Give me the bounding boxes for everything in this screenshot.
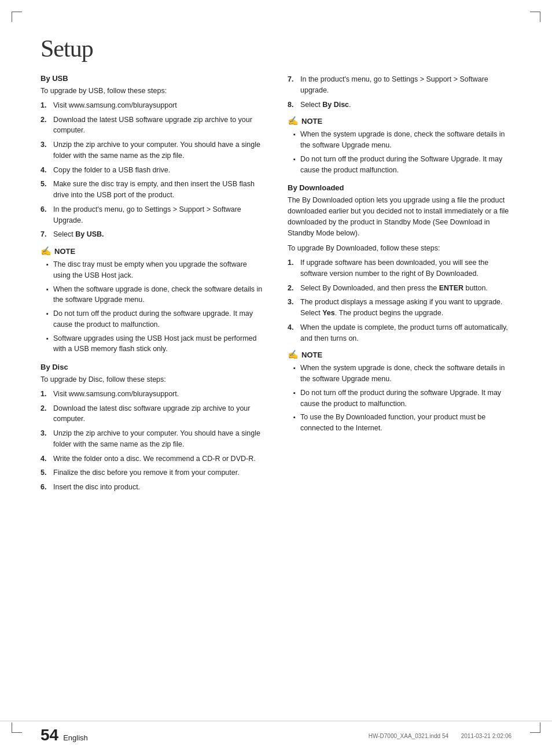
by-downloaded-steps: 1. If upgrade software has been download… xyxy=(288,257,511,344)
step-num: 4. xyxy=(288,322,300,344)
table-row: 1. Visit www.samsung.com/bluraysupport. xyxy=(41,389,264,400)
step-num: 1. xyxy=(288,257,300,279)
by-disc-steps: 1. Visit www.samsung.com/bluraysupport. … xyxy=(41,389,264,493)
step-text: Visit www.samsung.com/bluraysupport xyxy=(53,100,264,111)
by-downloaded-intro2: To upgrade By Downloaded, follow these s… xyxy=(288,243,511,254)
step-text: In the product's menu, go to Settings > … xyxy=(53,204,264,226)
table-row: 3. Unzip the zip archive to your compute… xyxy=(41,139,264,161)
table-row: 4. Write the folder onto a disc. We reco… xyxy=(41,453,264,464)
list-item: Do not turn off the product during the S… xyxy=(293,154,511,176)
step-num: 6. xyxy=(41,204,53,226)
footer-right: HW-D7000_XAA_0321.indd 54 2011-03-21 2:0… xyxy=(369,731,511,740)
table-row: 5. Make sure the disc tray is empty, and… xyxy=(41,179,264,201)
note-icon: ✍ xyxy=(41,246,51,256)
step-num: 3. xyxy=(41,139,53,161)
step-text: Visit www.samsung.com/bluraysupport. xyxy=(53,389,264,400)
page-title: Setup xyxy=(41,35,511,62)
step-text: Unzip the zip archive to your computer. … xyxy=(53,428,264,450)
note-icon: ✍ xyxy=(288,349,299,360)
footer: 54 English HW-D7000_XAA_0321.indd 54 201… xyxy=(0,721,552,744)
step-text: The product displays a message asking if… xyxy=(300,297,511,319)
note-icon: ✍ xyxy=(288,116,299,126)
by-usb-title: By USB xyxy=(41,74,264,83)
step-text: Download the latest USB software upgrade… xyxy=(53,115,264,137)
footer-language: English xyxy=(63,733,88,742)
step-text: Select By Disc. xyxy=(300,99,511,110)
by-usb-intro: To upgrade by USB, follow these steps: xyxy=(41,86,264,97)
step-num: 1. xyxy=(41,389,53,400)
step-text: Write the folder onto a disc. We recomme… xyxy=(53,453,264,464)
step-num: 6. xyxy=(41,482,53,493)
step-num: 3. xyxy=(41,428,53,450)
usb-note-label: NOTE xyxy=(54,247,75,256)
step-num: 7. xyxy=(288,74,300,96)
step-text: Select By USB. xyxy=(53,229,264,240)
step-text: Insert the disc into product. xyxy=(53,482,264,493)
downloaded-note-box: ✍ NOTE When the system upgrade is done, … xyxy=(288,349,511,434)
page: Setup By USB To upgrade by USB, follow t… xyxy=(0,0,552,756)
table-row: 8. Select By Disc. xyxy=(288,99,511,110)
downloaded-note-header: ✍ NOTE xyxy=(288,349,511,360)
usb-note-box: ✍ NOTE The disc tray must be empty when … xyxy=(41,246,264,355)
by-disc-intro: To upgrade by Disc, follow these steps: xyxy=(41,374,264,385)
step-num: 3. xyxy=(288,297,300,319)
section-by-disc: By Disc To upgrade by Disc, follow these… xyxy=(41,363,264,493)
section-by-downloaded: By Downloaded The By Downloaded option l… xyxy=(288,183,511,434)
list-item: Do not turn off the product during the s… xyxy=(46,308,264,330)
table-row: 6. In the product's menu, go to Settings… xyxy=(41,204,264,226)
table-row: 3. Unzip the zip archive to your compute… xyxy=(41,428,264,450)
step-text: Finalize the disc before you remove it f… xyxy=(53,467,264,478)
list-item: The disc tray must be empty when you upg… xyxy=(46,259,264,281)
by-disc-title: By Disc xyxy=(41,363,264,371)
by-downloaded-title: By Downloaded xyxy=(288,183,511,192)
step-num: 4. xyxy=(41,453,53,464)
right-column: 7. In the product's menu, go to Settings… xyxy=(288,74,511,499)
step-num: 2. xyxy=(288,283,300,294)
list-item: When the system upgrade is done, check t… xyxy=(293,363,511,385)
step-num: 5. xyxy=(41,179,53,201)
table-row: 7. Select By USB. xyxy=(41,229,264,240)
table-row: 4. Copy the folder to a USB flash drive. xyxy=(41,165,264,176)
page-number: 54 xyxy=(41,726,58,744)
table-row: 6. Insert the disc into product. xyxy=(41,482,264,493)
step-text: Download the latest disc software upgrad… xyxy=(53,403,264,425)
disc-note-label: NOTE xyxy=(301,117,322,126)
footer-date: 2011-03-21 2:02:06 xyxy=(461,733,511,739)
list-item: Software upgrades using the USB Host jac… xyxy=(46,333,264,355)
step-text: Make sure the disc tray is empty, and th… xyxy=(53,179,264,201)
step-text: In the product's menu, go to Settings > … xyxy=(300,74,511,96)
left-column: By USB To upgrade by USB, follow these s… xyxy=(41,74,264,499)
step-num: 2. xyxy=(41,115,53,137)
table-row: 2. Download the latest USB software upgr… xyxy=(41,115,264,137)
disc-note-header: ✍ NOTE xyxy=(288,116,511,126)
list-item: Do not turn off the product during the s… xyxy=(293,388,511,410)
table-row: 3. The product displays a message asking… xyxy=(288,297,511,319)
by-downloaded-intro: The By Downloaded option lets you upgrad… xyxy=(288,195,511,238)
downloaded-note-label: NOTE xyxy=(301,351,322,359)
disc-note-box: ✍ NOTE When the system upgrade is done, … xyxy=(288,116,511,175)
list-item: When the software upgrade is done, check… xyxy=(46,284,264,306)
downloaded-note-list: When the system upgrade is done, check t… xyxy=(293,363,511,434)
corner-mark-tl xyxy=(12,12,22,22)
step-num: 4. xyxy=(41,165,53,176)
step-num: 5. xyxy=(41,467,53,478)
usb-note-list: The disc tray must be empty when you upg… xyxy=(46,259,264,355)
table-row: 7. In the product's menu, go to Settings… xyxy=(288,74,511,96)
step-num: 7. xyxy=(41,229,53,240)
by-usb-steps: 1. Visit www.samsung.com/bluraysupport 2… xyxy=(41,100,264,240)
table-row: 5. Finalize the disc before you remove i… xyxy=(41,467,264,478)
footer-left: 54 English xyxy=(41,726,88,744)
content-columns: By USB To upgrade by USB, follow these s… xyxy=(41,74,511,499)
step-text: Unzip the zip archive to your computer. … xyxy=(53,139,264,161)
section-by-usb: By USB To upgrade by USB, follow these s… xyxy=(41,74,264,355)
section-by-disc-continued: 7. In the product's menu, go to Settings… xyxy=(288,74,511,175)
step-num: 1. xyxy=(41,100,53,111)
disc-note-list: When the system upgrade is done, check t… xyxy=(293,129,511,175)
usb-note-header: ✍ NOTE xyxy=(41,246,264,256)
step-text: When the update is complete, the product… xyxy=(300,322,511,344)
table-row: 1. If upgrade software has been download… xyxy=(288,257,511,279)
table-row: 2. Download the latest disc software upg… xyxy=(41,403,264,425)
corner-mark-tr xyxy=(530,12,540,22)
by-disc-continued-steps: 7. In the product's menu, go to Settings… xyxy=(288,74,511,110)
table-row: 1. Visit www.samsung.com/bluraysupport xyxy=(41,100,264,111)
